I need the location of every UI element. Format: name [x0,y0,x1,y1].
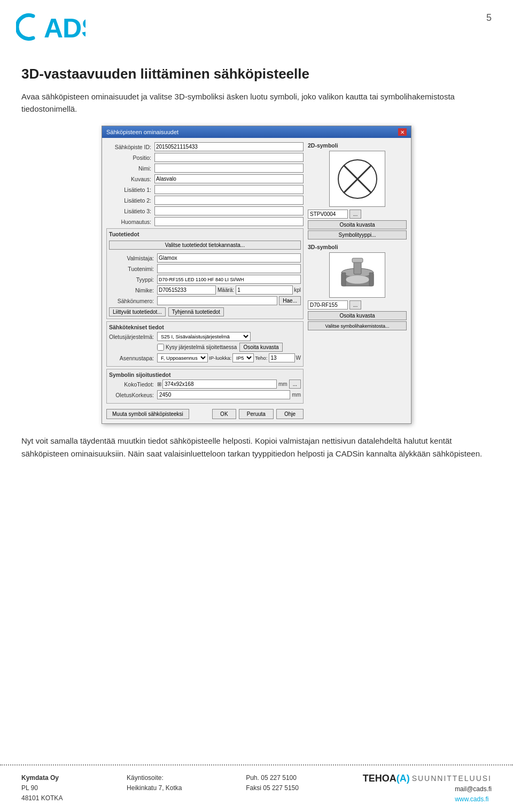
maara-input[interactable] [236,285,293,295]
dialog-screenshot: Sähköpisteen ominaisuudet ✕ Sähköpiste I… [21,126,492,424]
symbol-3d-browse-button[interactable]: ... [349,300,361,310]
dialog-body: Sähköpiste ID: Positio: Nimi: Kuvau [102,138,411,423]
lisatieto3-input[interactable] [154,206,304,215]
muuta-button[interactable]: Muuta symboli sähköpisteeksi [106,409,189,419]
footer-right-col: TEHOA(A) SUUNNITTELUUSI mail@cads.fi www… [363,773,492,805]
tuotenimi-row: Tuotenimi: [109,264,301,273]
valitse-tuotetiedot-button[interactable]: Valitse tuotetiedot tietokannasta... [109,241,301,250]
teho-input[interactable] [269,353,295,362]
lisatieto2-row: Lisätieto 2: [106,196,304,205]
peruuta-button[interactable]: Peruuta [239,409,274,419]
symbol-2d-browse-button[interactable]: ... [349,210,361,219]
lisatieto3-label: Lisätieto 3: [106,208,154,214]
huomautus-label: Huomautus: [106,219,154,225]
lisatieto3-row: Lisätieto 3: [106,206,304,215]
asennustapa-dropdown[interactable]: F, Uppoasennus [157,353,208,362]
positio-input[interactable] [154,153,304,162]
huomautus-row: Huomautus: [106,217,304,226]
nimi-row: Nimi: [106,164,304,173]
tyyppi-input[interactable] [157,275,301,284]
asennustapa-row: Asennustapa: F, Uppoasennus IP-luokka: I… [109,353,301,362]
ipluokka-dropdown[interactable]: IP55 [232,353,254,362]
kokotiedot-label: KokoTiedot: [109,381,157,388]
dialog-close-button[interactable]: ✕ [398,128,407,136]
symbolityyppi-button[interactable]: Symbolityyppi... [308,230,407,239]
street-value: Heikinkatu 7, Kotka [127,784,182,792]
page-number: 5 [486,12,492,24]
huomautus-input[interactable] [154,217,304,226]
maara-label: Määrä: [217,287,234,293]
symbol-3d-svg [331,254,384,297]
valmistaja-input[interactable] [157,253,301,262]
svg-text:ADS: ADS [44,13,86,43]
dialog-footer: Muuta symboli sähköpisteeksi OK Peruuta … [106,407,304,419]
symbol-3d-code-row: ... [308,300,407,310]
kysy-checkbox[interactable] [157,344,164,351]
ohje-button[interactable]: Ohje [276,409,304,419]
symbol-3d-code-input[interactable] [308,300,348,310]
lisatieto1-input[interactable] [154,185,304,194]
dialog-box: Sähköpisteen ominaisuudet ✕ Sähköpiste I… [102,126,411,424]
sahkonumero-input[interactable] [157,296,277,305]
mail-value: mail@cads.fi [455,785,492,793]
oletusy-dropdown[interactable]: S25 I, Sisävalaistusjärjestelmä [157,332,251,341]
nimike-label: Nimike: [109,287,157,293]
company-city: 48101 KOTKA [21,794,63,802]
nimike-row: Nimike: Määrä: kpl [109,285,301,295]
tuotenimi-input[interactable] [157,264,301,273]
oletuskorkeus-label: OletusKorkeus: [109,392,157,398]
footer-email: mail@cads.fi www.cads.fi [455,784,492,805]
page-footer: Kymdata Oy PL 90 48101 KOTKA Käyntiosoit… [0,764,513,812]
tyyppi-row: Tyyppi: [109,275,301,284]
symbol-2d-label: 2D-symboli [308,142,407,149]
asennustapa-label: Asennustapa: [109,355,157,361]
valitse-symbolihakemistosta-button[interactable]: Valitse symbolihakemistosta... [308,321,407,330]
svg-rect-8 [369,273,374,286]
sahkopiste-id-input[interactable] [154,142,304,151]
kokotiedot-input[interactable] [162,380,277,389]
nimi-label: Nimi: [106,165,154,172]
symbol-2d-code-input[interactable] [308,210,348,219]
ok-button[interactable]: OK [212,409,236,419]
teho-label: Teho: [255,355,267,361]
osoita-kuvasta2-button[interactable]: Osoita kuvasta [308,220,407,229]
kysy-label: Kysy järjestelmä sijoitettaessa [166,344,237,350]
kuvaus-row: Kuvaus: [106,174,304,183]
positio-label: Positio: [106,154,154,161]
sahkotekniset-title: Sähkötekniset tiedot [109,324,301,330]
nimike-input[interactable] [157,285,216,295]
tyyppi-label: Tyyppi: [109,276,157,283]
svg-rect-7 [341,273,346,286]
symbol-2d-code-row: ... [308,210,407,219]
sahkopiste-id-row: Sähköpiste ID: [106,142,304,151]
company-po: PL 90 [21,784,38,792]
kysy-checkbox-label: Kysy järjestelmä sijoitettaessa [157,344,237,351]
valmistaja-label: Valmistaja: [109,255,157,261]
symbol-2d-svg [336,158,379,200]
osoita-kuvasta3-button[interactable]: Osoita kuvasta [308,311,407,320]
sahkonumero-label: Sähkönumero: [109,298,157,304]
oletuskorkeus-input[interactable] [157,390,290,399]
svg-rect-10 [352,258,363,262]
symbol-3d-label: 3D-symboli [308,244,407,250]
dialog-titlebar: Sähköpisteen ominaisuudet ✕ [102,126,411,138]
tuotenimi-label: Tuotenimi: [109,266,157,272]
lisatieto2-input[interactable] [154,196,304,205]
nimi-input[interactable] [154,164,304,173]
kuvaus-input[interactable] [154,174,304,183]
cads-logo: ADS [16,10,86,44]
phone-label: Puh. [246,774,259,782]
web-link[interactable]: www.cads.fi [455,795,488,803]
page-title: 3D-vastaavuuden liittäminen sähköpisteel… [21,66,492,82]
tyhjenna-button[interactable]: Tyhjennä tuotetiedot [168,307,224,316]
dialog-right-column: 2D-symboli ... [308,142,407,419]
kokotiedot-row: KokoTiedot: ⊞ mm ... [109,380,301,389]
fax-value: 05 227 5150 [263,784,299,792]
svg-point-6 [346,275,369,284]
lisatieto2-label: Lisätieto 2: [106,197,154,204]
osoita-kuvasta1-button[interactable]: Osoita kuvasta [239,343,282,352]
hae-button[interactable]: Hae... [279,296,301,305]
symbol-2d-box [329,151,385,207]
kokotiedot-dots-button[interactable]: ... [289,380,301,389]
liittyvat-button[interactable]: Liittyvät tuotetiedot... [109,307,166,316]
